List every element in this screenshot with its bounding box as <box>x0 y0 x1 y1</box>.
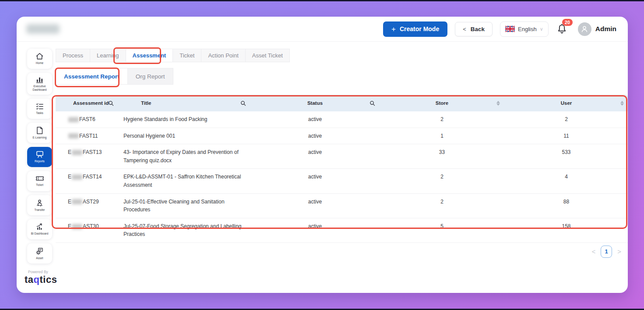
tab-assessment[interactable]: Assessment <box>126 49 173 62</box>
search-icon[interactable] <box>108 100 114 106</box>
assessment-id-prefix: E <box>68 173 71 181</box>
tab-learning[interactable]: Learning <box>90 49 126 62</box>
sidebar-item-label: Executive Dashboard <box>28 85 51 92</box>
user-count: 158 <box>504 218 628 242</box>
assessment-id: FAST13 <box>83 148 102 157</box>
search-icon[interactable] <box>370 100 375 106</box>
column-header-assessment-id[interactable]: Assessment id <box>56 95 123 111</box>
table-row[interactable]: FAST11 Personal Hygiene 001 active 1 11 <box>56 128 628 145</box>
table-row[interactable]: EAST30 Jul-25-07-Food Storage Segregatio… <box>56 218 628 243</box>
plus-icon: + <box>391 25 396 33</box>
sidebar-item-label: BI Dashboard <box>31 232 49 235</box>
brand-accent: q <box>34 274 40 285</box>
user-icon <box>581 25 588 33</box>
sidebar-item-tasks[interactable]: Tasks <box>27 99 52 119</box>
sidebar-item-executive-dashboard[interactable]: Executive Dashboard <box>27 73 52 95</box>
chevron-down-icon: ∨ <box>540 26 543 32</box>
back-button[interactable]: < Back <box>455 22 493 36</box>
tab-process[interactable]: Process <box>56 49 90 62</box>
tasks-icon <box>35 102 44 110</box>
table-header: Assessment id Title Status <box>56 95 628 111</box>
sidebar-item-transfer[interactable]: Transfer <box>27 195 52 215</box>
store-count: 33 <box>380 144 504 168</box>
executive-dashboard-icon <box>35 75 44 83</box>
app-window: + Creator Mode < Back English ∨ <box>17 17 628 293</box>
user-count: 88 <box>504 194 628 218</box>
home-icon <box>35 52 44 60</box>
powered-by-label: Powered By <box>28 270 54 274</box>
tab-asset-ticket[interactable]: Asset Ticket <box>246 49 290 62</box>
language-label: English <box>518 26 537 32</box>
sidebar-item-ticket[interactable]: Ticket <box>27 171 52 191</box>
avatar <box>578 22 591 36</box>
ticket-icon <box>35 175 44 182</box>
table-row[interactable]: EFAST14 EPK-L&D-ASSMT-01 - Saffron Kitch… <box>56 169 628 193</box>
sidebar-item-reports[interactable]: Reports <box>27 147 52 167</box>
pagination-next-icon[interactable]: > <box>616 248 622 255</box>
column-header-status[interactable]: Status <box>250 95 380 111</box>
report-subtabs: Assessment Report Org Report <box>56 68 628 85</box>
pagination-prev-icon[interactable]: < <box>591 248 596 255</box>
reports-icon <box>35 150 44 158</box>
redacted-id-segment <box>72 224 82 229</box>
assessment-title: Hygiene Standards in Food Packing <box>123 115 207 124</box>
notifications-button[interactable]: 20 <box>557 24 567 35</box>
asset-icon <box>35 247 44 255</box>
tab-ticket[interactable]: Ticket <box>173 49 201 62</box>
column-label: Status <box>307 100 323 106</box>
sort-icon[interactable] <box>496 101 500 106</box>
user-count: 4 <box>504 169 628 193</box>
sidebar: Home Executive Dashboard Tasks <box>17 42 54 293</box>
subtab-org-report[interactable]: Org Report <box>128 68 173 85</box>
sidebar-item-label: Ticket <box>36 183 43 187</box>
taqtics-logo: taqtics <box>25 274 54 285</box>
pagination-page-1[interactable]: 1 <box>601 246 612 258</box>
report-tabs: Process Learning Assessment Ticket Actio… <box>56 49 628 62</box>
sidebar-item-label: Transfer <box>35 208 45 212</box>
user-menu[interactable]: Admin <box>578 22 616 36</box>
sidebar-item-asset[interactable]: Asset <box>27 243 52 264</box>
sidebar-item-e-learning[interactable]: E-Learning <box>27 123 52 143</box>
notification-badge: 20 <box>562 19 573 26</box>
store-count: 1 <box>380 128 504 144</box>
app-logo <box>26 24 60 34</box>
user-count: 2 <box>504 111 628 128</box>
assessment-id-prefix: E <box>68 148 71 157</box>
column-label: User <box>561 100 572 106</box>
column-header-title[interactable]: Title <box>123 95 250 111</box>
assessment-status: active <box>250 169 380 193</box>
screen-top-edge <box>0 0 644 1</box>
redacted-id-segment <box>72 175 82 180</box>
store-count: 2 <box>380 194 504 218</box>
sidebar-item-home[interactable]: Home <box>27 49 52 69</box>
assessment-title: Jul-25-07-Food Storage Segregation and L… <box>123 222 243 239</box>
bi-dashboard-icon <box>35 223 44 231</box>
assessment-status: active <box>250 111 380 128</box>
table-row[interactable]: FAST6 Hygiene Standards in Food Packing … <box>56 111 628 128</box>
assessment-id: AST30 <box>83 222 99 231</box>
brand-prefix: ta <box>25 274 34 285</box>
assessment-id-prefix: E <box>68 222 71 231</box>
subtab-assessment-report[interactable]: Assessment Report <box>56 68 128 85</box>
search-icon[interactable] <box>240 100 246 106</box>
column-header-store[interactable]: Store <box>380 95 504 111</box>
user-count: 11 <box>504 128 628 144</box>
assessment-id: FAST14 <box>83 173 102 181</box>
table-pagination: < 1 > <box>56 243 628 260</box>
top-bar: + Creator Mode < Back English ∨ <box>17 17 628 42</box>
assessment-status: active <box>250 144 380 168</box>
sort-icon[interactable] <box>620 101 624 106</box>
table-row[interactable]: EFAST13 43- Importance of Expiry Dates a… <box>56 144 628 169</box>
chevron-left-icon: < <box>463 26 466 32</box>
sidebar-item-bi-dashboard[interactable]: BI Dashboard <box>27 219 52 239</box>
assessment-status: active <box>250 194 380 218</box>
creator-mode-button[interactable]: + Creator Mode <box>383 21 447 37</box>
store-count: 5 <box>380 218 504 242</box>
language-selector[interactable]: English ∨ <box>500 21 549 37</box>
tab-action-point[interactable]: Action Point <box>201 49 245 62</box>
transfer-icon <box>35 199 44 207</box>
assessment-status: active <box>250 128 380 144</box>
column-header-user[interactable]: User <box>504 95 628 111</box>
table-row[interactable]: EAST29 Jul-25-01-Effective Cleaning and … <box>56 194 628 218</box>
sidebar-item-label: Home <box>36 61 43 65</box>
